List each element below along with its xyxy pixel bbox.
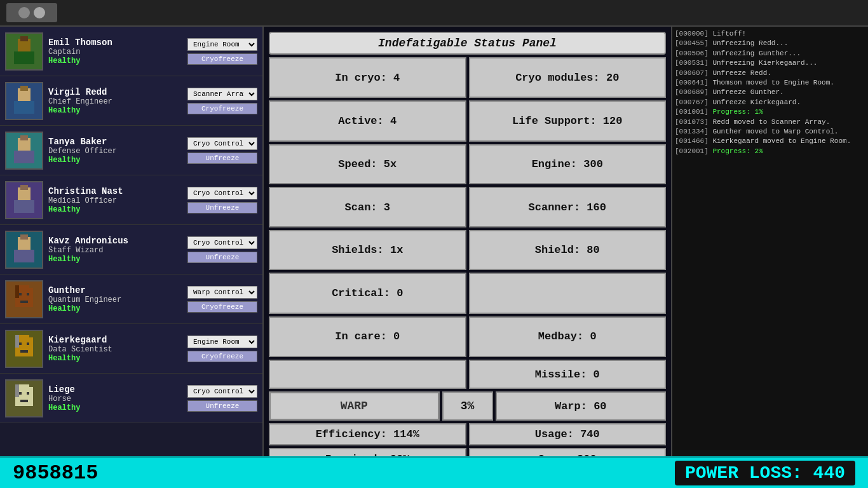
- top-bar: [0, 0, 868, 27]
- warp-area-placeholder: [269, 360, 466, 389]
- log-entry: [000689] Unfreeze Gunther.: [675, 88, 865, 97]
- log-entry: [001334] Gunther moved to Warp Control.: [675, 127, 865, 137]
- score: 9858815: [13, 461, 98, 485]
- crew-status: Healthy: [48, 106, 184, 115]
- crew-controls: Engine RoomCryofreeze: [184, 38, 257, 65]
- room-select[interactable]: Engine Room: [187, 38, 257, 51]
- crew-controls: Cryo ControlUnfreeze: [184, 187, 257, 214]
- crew-item: Kavz AndronicusStaff WizardHealthyCryo C…: [0, 225, 262, 274]
- crew-panel: Emil ThomsonCaptainHealthyEngine RoomCry…: [0, 27, 264, 456]
- room-select[interactable]: Warp Control: [187, 286, 257, 299]
- crew-status: Healthy: [48, 354, 184, 363]
- crew-name: Liege: [48, 384, 184, 395]
- crew-item: LiegeHorseHealthyCryo ControlUnfreeze: [0, 374, 262, 423]
- crew-role: Chief Engineer: [48, 97, 184, 106]
- crew-name: Tanya Baker: [48, 137, 184, 147]
- crew-avatar: [5, 330, 43, 368]
- crew-status: Healthy: [48, 156, 184, 165]
- crew-avatar: [5, 32, 43, 71]
- action-button[interactable]: Unfreeze: [187, 202, 257, 214]
- crew-controls: Warp ControlCryofreeze: [184, 286, 257, 313]
- crew-role: Horse: [48, 395, 184, 403]
- action-button[interactable]: Unfreeze: [187, 152, 257, 164]
- crew-item: Emil ThomsonCaptainHealthyEngine RoomCry…: [0, 27, 262, 76]
- in-cryo-stat: In cryo: 4: [269, 57, 466, 98]
- crew-avatar: [5, 379, 43, 417]
- crew-name: Christina Nast: [48, 186, 184, 196]
- warp-stat: Warp: 60: [496, 391, 667, 421]
- crew-status: Healthy: [48, 205, 184, 214]
- log-entry: [000641] Thomson moved to Engine Room.: [675, 78, 865, 88]
- medbay-stat: Medbay: 0: [469, 316, 667, 357]
- crew-item: Virgil ReddChief EngineerHealthyScanner …: [0, 76, 262, 126]
- crew-info: Virgil ReddChief EngineerHealthy: [48, 87, 184, 115]
- crew-info: Christina NastMedical OfficerHealthy: [48, 186, 184, 214]
- room-select[interactable]: Cryo Control: [187, 236, 257, 249]
- main-container: Emil ThomsonCaptainHealthyEngine RoomCry…: [0, 27, 868, 456]
- crew-role: Data Scientist: [48, 345, 184, 354]
- crew-controls: Cryo ControlUnfreeze: [184, 385, 257, 412]
- crew-avatar: [5, 132, 43, 170]
- crew-avatar: [5, 231, 43, 269]
- action-button[interactable]: Cryofreeze: [187, 351, 257, 362]
- crew-status: Healthy: [48, 255, 184, 264]
- crew-info: Emil ThomsonCaptainHealthy: [48, 37, 184, 65]
- room-select[interactable]: Engine Room: [187, 336, 257, 348]
- crew-avatar: [5, 82, 43, 120]
- shield-stat: Shield: 80: [469, 230, 667, 271]
- cryo-modules-stat: Cryo modules: 20: [469, 57, 667, 98]
- action-button[interactable]: Cryofreeze: [187, 103, 257, 114]
- crew-info: KierkegaardData ScientistHealthy: [48, 335, 184, 363]
- life-support-stat: Life Support: 120: [469, 100, 667, 141]
- scanner-stat: Scanner: 160: [469, 187, 667, 227]
- room-select[interactable]: Scanner Array: [187, 88, 257, 100]
- center-panel: Indefatigable Status Panel In cryo: 4 Cr…: [264, 27, 671, 456]
- crew-avatar: [5, 181, 43, 219]
- room-select[interactable]: Cryo Control: [187, 187, 257, 200]
- crew-role: Quantum Engineer: [48, 295, 184, 304]
- crew-controls: Cryo ControlUnfreeze: [184, 137, 257, 164]
- action-button[interactable]: Cryofreeze: [187, 53, 257, 65]
- active-stat: Active: 4: [269, 100, 466, 141]
- engine-stat: Engine: 300: [469, 144, 667, 185]
- crew-name: Virgil Redd: [48, 87, 184, 97]
- room-select[interactable]: Cryo Control: [187, 385, 257, 398]
- log-panel: [000000] Liftoff![000455] Unfreezing Red…: [671, 27, 868, 456]
- bottom-bar: 9858815 POWER LOSS: 440: [0, 456, 868, 488]
- status-title: Indefatigable Status Panel: [269, 32, 666, 55]
- log-entry: [002001] Progress: 2%: [675, 147, 865, 156]
- crew-status: Healthy: [48, 403, 184, 412]
- usage-stat: Usage: 740: [469, 423, 667, 445]
- crew-item: Tanya BakerDefense OfficerHealthyCryo Co…: [0, 126, 262, 175]
- action-button[interactable]: Cryofreeze: [187, 301, 257, 313]
- action-button[interactable]: Unfreeze: [187, 400, 257, 412]
- missile-stat: Missile: 0: [469, 360, 667, 389]
- log-entry: [000000] Liftoff!: [675, 29, 865, 39]
- crew-name: Kierkegaard: [48, 335, 184, 345]
- shields-stat: Shields: 1x: [269, 230, 466, 271]
- crew-role: Staff Wizard: [48, 246, 184, 255]
- log-entry: [000767] Unfreeze Kierkegaard.: [675, 98, 865, 107]
- log-entry: [001073] Redd moved to Scanner Array.: [675, 118, 865, 127]
- crew-info: GuntherQuantum EngineerHealthy: [48, 285, 184, 313]
- crew-status: Healthy: [48, 304, 184, 313]
- critical-stat: Critical: 0: [269, 273, 466, 313]
- crew-avatar: [5, 280, 43, 318]
- crew-item: KierkegaardData ScientistHealthyEngine R…: [0, 324, 262, 374]
- log-entry: [000607] Unfreeze Redd.: [675, 69, 865, 78]
- speed-stat: Speed: 5x: [269, 144, 466, 185]
- log-entry: [001001] Progress: 1%: [675, 107, 865, 117]
- crew-controls: Scanner ArrayCryofreeze: [184, 88, 257, 114]
- warp-button[interactable]: WARP: [269, 391, 440, 421]
- crew-name: Gunther: [48, 285, 184, 295]
- crew-role: Captain: [48, 48, 184, 57]
- crew-role: Defense Officer: [48, 147, 184, 156]
- action-button[interactable]: Unfreeze: [187, 252, 257, 263]
- crew-role: Medical Officer: [48, 196, 184, 205]
- room-select[interactable]: Cryo Control: [187, 137, 257, 150]
- warp-percent: 3%: [442, 391, 493, 421]
- in-care-stat: In care: 0: [269, 316, 466, 357]
- crew-controls: Cryo ControlUnfreeze: [184, 236, 257, 263]
- crew-info: Tanya BakerDefense OfficerHealthy: [48, 137, 184, 165]
- crew-info: LiegeHorseHealthy: [48, 384, 184, 412]
